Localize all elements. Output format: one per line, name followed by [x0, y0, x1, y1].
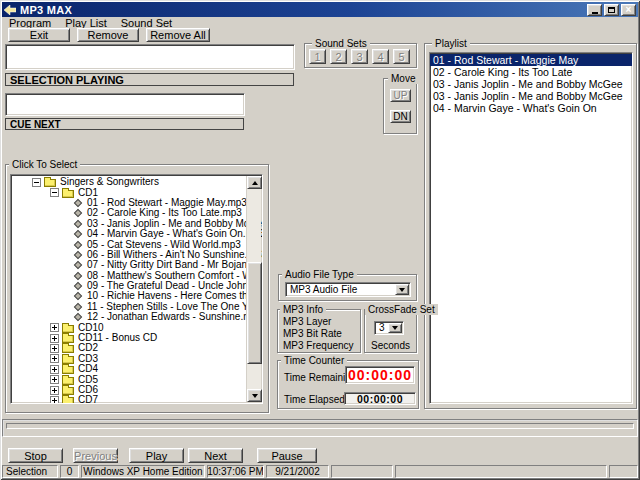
song-tree[interactable]: Singers & Songwriters CD1 01 - Rod Stewa…	[10, 174, 263, 404]
folder-icon	[44, 179, 56, 187]
arrow-down-icon	[252, 394, 258, 401]
expand-icon[interactable]	[50, 354, 59, 363]
tree-item[interactable]: CD3	[11, 354, 262, 364]
tree-item[interactable]: CD5	[11, 374, 262, 384]
scroll-thumb[interactable]	[247, 262, 262, 364]
pause-button[interactable]: Pause	[257, 448, 317, 463]
sound-set-3-button[interactable]: 3	[351, 49, 368, 64]
folder-icon	[62, 397, 74, 404]
mp3-file-icon	[74, 261, 82, 269]
sound-set-1-button[interactable]: 1	[309, 49, 326, 64]
status-mode: Selection	[2, 465, 58, 478]
playlist-item[interactable]: 03 - Janis Joplin - Me and Bobby McGee	[430, 90, 632, 102]
click-to-select-group: Click To Select Singers & Songwriters CD…	[5, 164, 269, 413]
playlist-item[interactable]: 01 - Rod Stewart - Maggie May	[430, 54, 632, 66]
close-icon: ×	[626, 5, 632, 14]
folder-icon	[62, 345, 74, 353]
audio-file-type-select[interactable]: MP3 Audio File	[285, 282, 411, 297]
remove-all-button[interactable]: Remove All	[146, 28, 210, 42]
status-bar: Selection 0 Windows XP Home Edition 10:3…	[2, 464, 638, 478]
expand-icon[interactable]	[50, 375, 59, 384]
tree-item[interactable]: 12 - Jonathan Edwards - Sunshine.mp3	[11, 312, 262, 322]
move-label: Move	[388, 73, 418, 84]
collapse-icon[interactable]	[32, 178, 41, 187]
window-title: MP3 MAX	[20, 4, 72, 16]
dropdown-button[interactable]	[395, 284, 409, 295]
restore-icon	[608, 7, 615, 13]
mp3-layer-label: MP3 Layer	[278, 316, 360, 328]
sound-set-4-button[interactable]: 4	[372, 49, 389, 64]
restore-button[interactable]	[604, 4, 619, 16]
sound-sets-group: Sound Sets 1 2 3 4 5	[304, 43, 417, 68]
tree-item[interactable]: 04 - Marvin Gaye - What's Goin On.mp3	[11, 229, 262, 239]
sound-sets-label: Sound Sets	[312, 38, 370, 49]
tree-item[interactable]: CD6	[11, 385, 262, 395]
track-progress-channel	[6, 423, 634, 429]
crossfade-group: CrossFade Set 3 Seconds	[364, 309, 417, 353]
time-counter-group: Time Counter Time Remaining: 00:00:00 Ti…	[277, 360, 419, 409]
minimize-button[interactable]	[587, 4, 602, 16]
tree-item[interactable]: CD2	[11, 343, 262, 353]
status-time: 10:37:06 PM	[207, 465, 264, 478]
tree-item[interactable]: CD4	[11, 364, 262, 374]
status-empty-panel	[395, 465, 607, 478]
dropdown-button[interactable]	[388, 323, 402, 333]
next-button[interactable]: Next	[188, 448, 243, 463]
move-group: Move UP DN	[383, 78, 417, 134]
close-button[interactable]: ×	[621, 4, 636, 16]
mp3-info-label: MP3 Info	[280, 304, 326, 315]
mp3-file-icon	[74, 282, 82, 290]
stop-button[interactable]: Stop	[8, 448, 63, 463]
mp3-file-icon	[74, 271, 82, 279]
expand-icon[interactable]	[50, 344, 59, 353]
remove-button[interactable]: Remove	[77, 28, 139, 42]
playlist-item[interactable]: 04 - Marvin Gaye - What's Goin On	[430, 102, 632, 114]
playlist-group: Playlist 01 - Rod Stewart - Maggie May 0…	[424, 43, 637, 409]
app-window: MP3 MAX × Program Play List Sound Set Ex…	[0, 0, 640, 480]
move-up-button[interactable]: UP	[390, 89, 411, 102]
cue-next-label: CUE NEXT	[5, 118, 244, 130]
previous-button[interactable]: Previous	[73, 448, 118, 463]
tree-item[interactable]: 02 - Carole King - Its Too Late.mp3	[11, 208, 262, 218]
exit-button[interactable]: Exit	[8, 28, 70, 42]
collapse-icon[interactable]	[50, 188, 59, 197]
mp3-file-icon	[74, 251, 82, 259]
expand-icon[interactable]	[50, 334, 59, 343]
expand-icon[interactable]	[50, 365, 59, 374]
move-down-button[interactable]: DN	[390, 110, 411, 123]
tree-item[interactable]: CD11 - Bonus CD	[11, 333, 262, 343]
playlist-item[interactable]: 03 - Janis Joplin - Me and Bobby McGee	[430, 78, 632, 90]
status-date: 9/21/2002	[266, 465, 329, 478]
play-button[interactable]: Play	[129, 448, 184, 463]
sound-set-5-button[interactable]: 5	[393, 49, 410, 64]
playlist-listbox[interactable]: 01 - Rod Stewart - Maggie May 02 - Carol…	[429, 52, 633, 404]
scroll-up-button[interactable]	[247, 176, 262, 189]
selection-playing-label: SELECTION PLAYING	[5, 73, 294, 86]
chevron-down-icon	[399, 288, 405, 295]
tree-item[interactable]: 07 - Nitty Gritty Dirt Band - Mr Bojangl…	[11, 260, 262, 270]
folder-icon	[62, 335, 74, 343]
titlebar[interactable]: MP3 MAX ×	[2, 2, 638, 17]
expand-icon[interactable]	[50, 323, 59, 332]
mp3-file-icon	[74, 230, 82, 238]
chevron-down-icon	[392, 326, 398, 333]
track-progress-bar[interactable]	[2, 419, 638, 437]
folder-icon	[62, 356, 74, 364]
time-remaining-display: 00:00:00	[345, 366, 415, 384]
crossfade-select[interactable]: 3	[374, 321, 404, 335]
mp3-file-icon	[74, 303, 82, 311]
playlist-item[interactable]: 02 - Carole King - Its Too Late	[430, 66, 632, 78]
sound-set-2-button[interactable]: 2	[330, 49, 347, 64]
expand-icon[interactable]	[50, 386, 59, 395]
tree-item[interactable]: CD7	[11, 395, 262, 404]
folder-icon	[62, 387, 74, 395]
click-to-select-label: Click To Select	[9, 159, 80, 170]
tree-item[interactable]: Singers & Songwriters	[11, 177, 262, 187]
arrow-up-icon	[252, 178, 258, 185]
expand-icon[interactable]	[50, 396, 59, 404]
folder-icon	[62, 325, 74, 333]
time-counter-label: Time Counter	[281, 355, 347, 366]
scroll-down-button[interactable]	[247, 389, 262, 402]
tree-scrollbar[interactable]	[246, 176, 261, 402]
mp3-info-group: MP3 Info MP3 Layer MP3 Bit Rate MP3 Freq…	[277, 309, 361, 353]
